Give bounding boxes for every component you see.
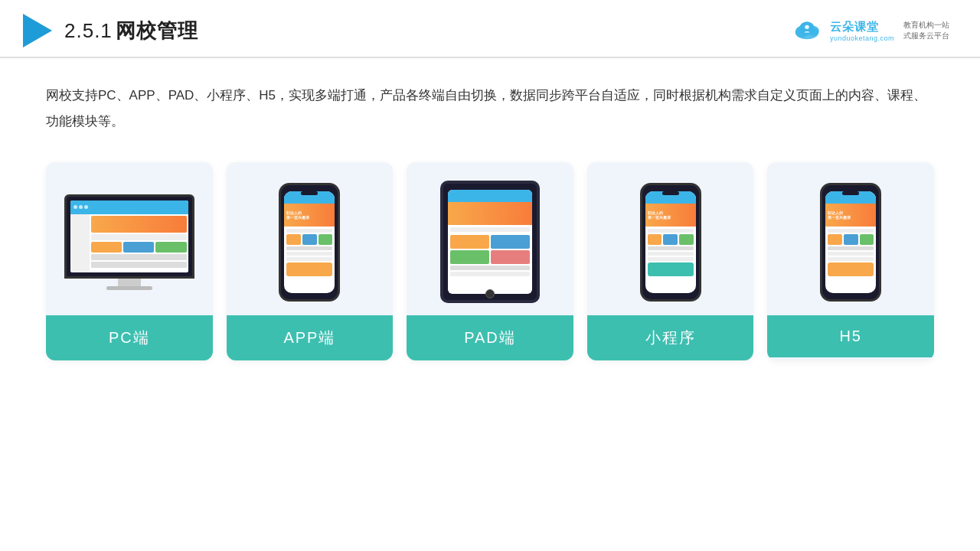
phone-grid-1 — [286, 234, 301, 245]
pc-row-2 — [91, 254, 187, 260]
tablet-grid-4 — [491, 250, 530, 264]
pc-card-3 — [155, 242, 186, 253]
mini-phone-screen: 职达人的第一堂兴趣课 — [645, 191, 696, 293]
app-device: 职达人的第一堂兴趣课 — [279, 183, 340, 302]
phone-screen: 职达人的第一堂兴趣课 — [284, 191, 335, 293]
card-h5-label: H5 — [767, 315, 934, 357]
card-pad: PAD端 — [407, 162, 573, 360]
pc-screen-content — [70, 201, 188, 272]
cloud-icon — [790, 19, 824, 42]
tablet-screen — [448, 190, 532, 294]
card-pad-image — [407, 162, 573, 315]
mini-phone-outer: 职达人的第一堂兴趣课 — [640, 183, 701, 302]
pc-card-2 — [123, 242, 154, 253]
logo-url: yunduoketang.com — [830, 34, 894, 42]
pc-base — [106, 286, 152, 290]
card-miniprogram-image: 职达人的第一堂兴趣课 — [587, 162, 754, 315]
card-miniprogram-label: 小程序 — [587, 315, 754, 360]
mini-phone-notch — [662, 191, 679, 195]
phone-grid-2 — [302, 234, 317, 245]
play-icon — [23, 14, 52, 47]
header-left: 2.5.1网校管理 — [23, 14, 198, 47]
tablet-body — [448, 225, 532, 279]
tablet-outer — [440, 181, 540, 303]
mini-phone-banner-text: 职达人的第一堂兴趣课 — [648, 210, 671, 220]
pc-row-3 — [91, 262, 187, 268]
title-text: 网校管理 — [116, 19, 198, 42]
pc-body — [70, 214, 188, 272]
h5-phone-notch — [842, 191, 859, 195]
tablet-grid-1 — [450, 235, 489, 249]
logo-name: 云朵课堂 — [830, 20, 879, 34]
pc-row-1 — [91, 234, 187, 240]
title-number: 2.5.1 — [64, 19, 113, 42]
card-app-label: APP端 — [227, 315, 394, 360]
card-pc: PC端 — [46, 162, 213, 360]
card-h5: 职达人的第一堂兴趣课 — [767, 162, 934, 360]
pc-screen-inner — [70, 201, 188, 272]
card-miniprogram: 职达人的第一堂兴趣课 — [587, 162, 754, 360]
mini-phone-body — [645, 227, 696, 279]
mini-phone-grid — [648, 234, 694, 245]
h5-phone-banner: 职达人的第一堂兴趣课 — [825, 204, 876, 227]
pc-main — [90, 214, 188, 272]
logo-text: 云朵课堂 yunduoketang.com — [830, 20, 894, 42]
pc-screen-outer — [64, 194, 194, 279]
description-text: 网校支持PC、APP、PAD、小程序、H5，实现多端打通，产品各终端自由切换，数… — [0, 58, 980, 147]
h5-phone-outer: 职达人的第一堂兴趣课 — [820, 183, 881, 302]
svg-point-4 — [805, 25, 808, 29]
card-pc-label: PC端 — [46, 315, 213, 360]
tablet-grid-3 — [450, 250, 489, 264]
h5-phone-body — [825, 227, 876, 279]
card-pad-label: PAD端 — [407, 315, 573, 360]
cards-container: PC端 职达人的第一堂兴趣课 — [0, 147, 980, 383]
h5-phone-grid — [828, 234, 874, 245]
mini-phone-banner: 职达人的第一堂兴趣课 — [645, 204, 696, 227]
page-title: 2.5.1网校管理 — [64, 18, 198, 44]
pc-banner — [91, 216, 187, 233]
pc-card-1 — [91, 242, 122, 253]
header: 2.5.1网校管理 云朵课堂 yunduoketang.com 教育机构一站 式… — [0, 0, 980, 58]
phone-banner-text: 职达人的第一堂兴趣课 — [286, 210, 309, 220]
phone-grid — [286, 234, 332, 245]
miniprogram-device: 职达人的第一堂兴趣课 — [640, 183, 701, 302]
tablet-grid — [450, 235, 530, 264]
pc-topbar — [70, 201, 188, 214]
tablet-banner — [448, 202, 532, 225]
pad-device — [440, 181, 540, 303]
tablet-home-btn — [485, 289, 495, 298]
h5-device: 职达人的第一堂兴趣课 — [820, 183, 881, 302]
phone-grid-3 — [318, 234, 333, 245]
logo-slogan: 教育机构一站 式服务云平台 — [903, 20, 949, 41]
phone-body — [284, 227, 335, 279]
card-pc-image — [46, 162, 213, 315]
card-h5-image: 职达人的第一堂兴趣课 — [767, 162, 934, 315]
h5-phone-banner-text: 职达人的第一堂兴趣课 — [828, 210, 851, 220]
card-app-image: 职达人的第一堂兴趣课 — [227, 162, 394, 315]
pc-sidebar — [70, 214, 90, 272]
h5-phone-screen: 职达人的第一堂兴趣课 — [825, 191, 876, 293]
tablet-topbar — [448, 190, 532, 202]
tablet-grid-2 — [491, 235, 530, 249]
pc-device — [64, 194, 194, 290]
card-app: 职达人的第一堂兴趣课 — [227, 162, 394, 360]
phone-outer: 职达人的第一堂兴趣课 — [279, 183, 340, 302]
phone-banner: 职达人的第一堂兴趣课 — [284, 204, 335, 227]
logo-area: 云朵课堂 yunduoketang.com 教育机构一站 式服务云平台 — [790, 19, 949, 42]
pc-stand — [118, 279, 141, 286]
pc-cards — [91, 242, 187, 253]
phone-notch — [301, 191, 318, 195]
